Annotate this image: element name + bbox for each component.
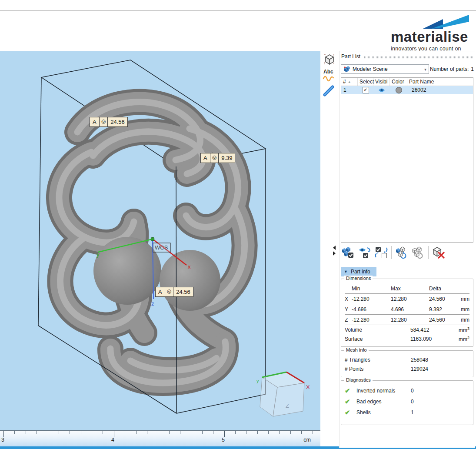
panel-collapse-handle[interactable] (332, 242, 337, 259)
part-list-titlebar[interactable]: Part List (341, 53, 474, 60)
part-table: #▲ Select Visibl Color Part Name 1 ✔ 260… (341, 77, 473, 243)
panel-divider (340, 264, 474, 264)
target-icon: ◎ (165, 287, 173, 296)
part-list-panel: Part List Modeler Scene ▾ Number of part… (339, 51, 475, 448)
column-header-number[interactable]: #▲ (341, 78, 358, 86)
measure-letter: A (201, 153, 210, 163)
measure-value: 9.39 (218, 153, 235, 163)
visibility-eye-icon[interactable] (378, 88, 385, 93)
ruler-number: 3 (1, 437, 4, 443)
target-icon: ◎ (99, 117, 107, 126)
measurement-label-1[interactable]: A◎24.56 (90, 117, 128, 127)
chevron-down-icon: ▾ (424, 67, 426, 72)
wave-icon (323, 76, 333, 81)
axis-z-label: z (151, 300, 154, 307)
parts-count-label: Number of parts: (430, 66, 469, 72)
abc-icon: Abc (323, 69, 333, 75)
dimensions-legend: Dimensions (344, 276, 373, 281)
mesh-info-group: Mesh info # Triangles 258048 # Points 12… (341, 350, 473, 377)
ruler-number: 4 (111, 437, 114, 443)
dimension-row-y: Y -4.696 4.696 9.392 mm (345, 304, 469, 315)
volume-row: Volume 584.412 mm3 (345, 325, 469, 334)
cubes-sync-blue-icon[interactable] (395, 246, 408, 259)
triangles-row: # Triangles 258048 (345, 355, 469, 364)
scene-view-tool-button[interactable] (322, 52, 337, 67)
toolbar-separator (428, 246, 429, 259)
row-number: 1 (341, 87, 358, 93)
viewport-ruler: 3 4 5 cm (0, 430, 320, 447)
diagnostics-group: Diagnostics ✔ Inverted normals 0 ✔ Bad e… (341, 380, 473, 425)
select-all-parts-icon[interactable] (342, 246, 355, 259)
titlebar-grip-texture (364, 54, 474, 59)
scene-icon (343, 66, 350, 73)
sort-asc-icon: ▲ (348, 80, 351, 84)
measurement-label-2[interactable]: A◎9.39 (200, 153, 235, 163)
navcube-y-label: y (256, 378, 259, 383)
navigation-cube[interactable]: X Z y (256, 372, 310, 416)
column-header-part-name[interactable]: Part Name (407, 78, 473, 86)
measurement-label-3[interactable]: A◎24.56 (155, 287, 193, 297)
materialise-flag-icon (417, 14, 469, 29)
toolbar-separator (391, 246, 392, 259)
selection-toolbar (342, 246, 445, 259)
measure-value: 24.56 (107, 117, 127, 126)
diagnostics-legend: Diagnostics (344, 377, 373, 382)
tube-end-cap-right (160, 250, 220, 311)
dimensions-header-row: Min Max Delta (345, 283, 469, 294)
points-row: # Points 129024 (345, 364, 469, 373)
ruler-number: 5 (222, 437, 225, 443)
collapse-right-icon (333, 251, 336, 256)
select-visible-parts-icon[interactable] (358, 246, 371, 259)
axis-x-label: x (188, 263, 191, 270)
part-model[interactable] (59, 102, 245, 383)
number-of-parts: Number of parts:1 (430, 66, 474, 72)
surface-row: Surface 1163.090 mm2 (345, 334, 469, 343)
part-list-title: Part List (341, 53, 360, 60)
select-checkbox[interactable]: ✔ (363, 87, 369, 93)
part-name: 26002 (407, 87, 473, 93)
remove-part-icon[interactable] (432, 246, 445, 259)
bad-edges-row: ✔ Bad edges 0 (345, 396, 469, 407)
dimensions-group: Dimensions Min Max Delta X -12.280 12.28… (341, 279, 473, 347)
scene-selector-value: Modeler Scene (353, 66, 388, 72)
invert-selection-icon[interactable] (375, 246, 388, 259)
measure-tool-button[interactable] (322, 84, 336, 98)
parts-count-value: 1 (471, 66, 474, 72)
window-title-strip (0, 0, 476, 11)
measure-value: 24.56 (173, 287, 193, 296)
shells-row: ✔ Shells 1 (345, 407, 469, 418)
measure-letter: A (90, 117, 99, 126)
inverted-normals-row: ✔ Inverted normals 0 (345, 385, 469, 396)
table-row[interactable]: 1 ✔ 26002 (341, 86, 473, 94)
brand-name: materialise (391, 30, 469, 44)
column-header-visible[interactable]: Visibl (373, 78, 390, 86)
wcs-label: WCS (155, 244, 168, 251)
target-icon: ◎ (210, 153, 218, 163)
dimension-row-x: X -12.280 12.280 24.560 mm (345, 294, 469, 304)
check-ok-icon: ✔ (345, 409, 356, 416)
collapse-left-icon (333, 246, 336, 250)
scene-selector-dropdown[interactable]: Modeler Scene ▾ (341, 64, 429, 74)
check-ok-icon: ✔ (345, 398, 356, 406)
3d-viewport[interactable]: y x z WCS X Z y A◎24.56 A◎9.39 (0, 51, 320, 431)
application-window: materialise innovators you can count on (0, 0, 476, 449)
mesh-info-legend: Mesh info (344, 347, 369, 353)
model-scene: y x z WCS X Z y (0, 51, 320, 431)
navcube-z-label: Z (286, 402, 289, 409)
ruler-unit: cm (303, 437, 311, 443)
materialise-logo: materialise innovators you can count on (391, 14, 469, 52)
dimension-row-z: Z -12.280 12.280 24.560 mm (345, 315, 469, 325)
measure-letter: A (156, 287, 165, 296)
triangle-down-icon: ▼ (344, 269, 348, 274)
column-header-select[interactable]: Select (358, 78, 373, 86)
cubes-sync-gray-icon[interactable] (412, 246, 425, 259)
part-info-toggle-button[interactable]: ▼ Part info (341, 267, 376, 276)
check-ok-icon: ✔ (345, 387, 356, 395)
column-header-color[interactable]: Color (390, 78, 407, 86)
part-table-header: #▲ Select Visibl Color Part Name (341, 78, 473, 86)
tube-end-cap-left (93, 237, 161, 305)
part-color-swatch[interactable] (396, 87, 402, 93)
annotation-tool-button[interactable]: Abc (322, 67, 337, 83)
axis-y-label: y (97, 251, 100, 258)
navcube-x-label: X (306, 384, 310, 390)
